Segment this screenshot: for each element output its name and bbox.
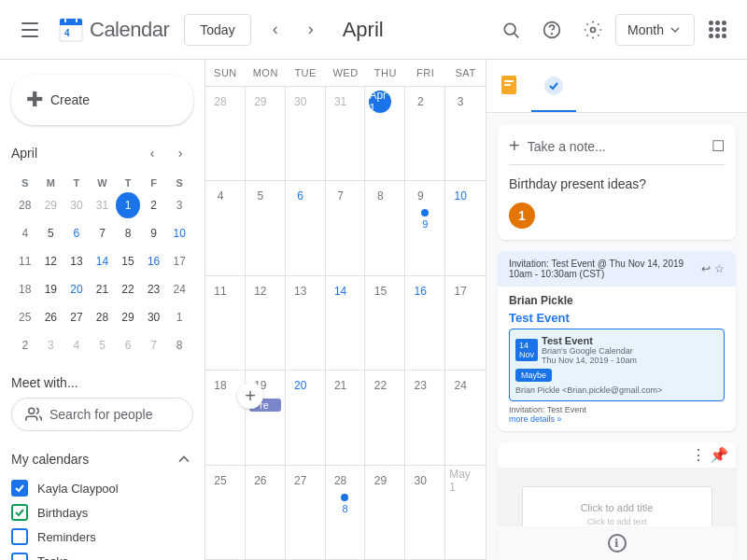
mini-cal-cell[interactable]: 7 — [142, 332, 166, 358]
ppt-pin-icon[interactable]: 📌 — [710, 446, 728, 464]
mini-cal-cell[interactable]: 2 — [142, 192, 166, 218]
cell-apr18[interactable]: 18 — [205, 371, 246, 464]
mini-cal-cell[interactable]: 19 — [39, 276, 63, 302]
mini-cal-cell[interactable]: 18 — [13, 276, 37, 302]
cell-apr8[interactable]: 8 — [365, 181, 405, 274]
cell-apr29[interactable]: 29 — [365, 466, 405, 559]
cell-apr16[interactable]: 16 — [405, 276, 445, 370]
cell-apr3[interactable]: 3 — [445, 87, 486, 180]
add-note-icon[interactable]: + — [509, 135, 520, 157]
mini-cal-cell[interactable]: 8 — [116, 220, 140, 246]
mini-cal-cell[interactable]: 11 — [13, 248, 37, 274]
cell-apr27[interactable]: 27 — [286, 466, 326, 559]
mini-cal-cell[interactable]: 4 — [64, 332, 89, 358]
calendar-item-kayla[interactable]: Kayla Claypool — [11, 476, 193, 500]
mini-prev-button[interactable]: ‹ — [139, 140, 165, 166]
next-button[interactable]: › — [294, 13, 328, 47]
cell-apr17[interactable]: 17 — [445, 276, 486, 370]
maybe-button[interactable]: Maybe — [515, 369, 552, 382]
cell-apr5[interactable]: 5 — [246, 181, 286, 274]
search-people-button[interactable]: Search for people — [11, 398, 193, 431]
cell-mar31[interactable]: 31 — [326, 87, 366, 180]
mini-cal-cell[interactable]: 13 — [64, 248, 89, 274]
calendar-item-tasks[interactable]: Tasks — [11, 549, 193, 560]
cell-apr2[interactable]: 2 — [405, 87, 445, 180]
cell-apr10[interactable]: 10 — [445, 181, 486, 274]
cell-apr30[interactable]: 30 — [405, 466, 445, 559]
mini-cal-cell[interactable]: 16 — [142, 248, 166, 274]
mini-cal-cell[interactable]: 5 — [39, 220, 63, 246]
cell-apr1[interactable]: Apr 1 — [365, 87, 405, 180]
kayla-checkbox[interactable] — [11, 480, 28, 497]
add-event-button[interactable]: + — [237, 383, 263, 409]
mini-cal-cell[interactable]: 28 — [91, 304, 115, 330]
ppt-more-icon[interactable]: ⋮ — [691, 446, 706, 464]
note-placeholder-text[interactable]: Take a note... — [528, 139, 704, 154]
mini-cal-cell[interactable]: 4 — [13, 220, 37, 246]
mini-cal-cell[interactable]: 3 — [39, 332, 63, 358]
mini-cal-cell[interactable]: 2 — [13, 332, 37, 358]
calendar-item-birthdays[interactable]: Birthdays — [11, 500, 193, 525]
mini-cal-cell[interactable]: 1 — [116, 192, 140, 218]
cell-apr9[interactable]: 9 9 — [405, 181, 445, 274]
mini-cal-cell[interactable]: 27 — [64, 304, 89, 330]
mini-cal-cell[interactable]: 23 — [142, 276, 166, 302]
today-button[interactable]: Today — [184, 14, 250, 46]
cell-apr6[interactable]: 6 — [286, 181, 326, 274]
tab-tasks[interactable] — [531, 60, 576, 112]
cell-may1[interactable]: May 1 — [445, 466, 486, 559]
mini-cal-cell[interactable]: 20 — [64, 276, 89, 302]
tasks-checkbox[interactable] — [11, 553, 28, 560]
mini-cal-cell[interactable]: 30 — [64, 192, 89, 218]
settings-button[interactable] — [574, 11, 612, 49]
cell-apr26[interactable]: 26 — [246, 466, 286, 559]
mini-cal-cell[interactable]: 24 — [167, 276, 191, 302]
birthdays-checkbox[interactable] — [11, 504, 28, 521]
mini-cal-cell[interactable]: 8 — [167, 332, 191, 358]
mini-next-button[interactable]: › — [167, 140, 193, 166]
mini-cal-cell[interactable]: 25 — [13, 304, 37, 330]
cell-apr4[interactable]: 4 — [205, 181, 246, 274]
mini-cal-cell[interactable]: 30 — [142, 304, 166, 330]
cell-apr11[interactable]: 11 — [205, 276, 246, 370]
cell-apr12[interactable]: 12 — [246, 276, 286, 370]
mini-cal-cell[interactable]: 31 — [91, 192, 115, 218]
cell-apr20[interactable]: 20 — [286, 371, 326, 464]
mini-cal-cell[interactable]: 29 — [39, 192, 63, 218]
cell-apr13[interactable]: 13 — [286, 276, 326, 370]
email-subject[interactable]: Test Event — [509, 311, 725, 325]
cell-apr25[interactable]: 25 — [205, 466, 246, 559]
apps-button[interactable] — [698, 11, 736, 49]
cell-apr22[interactable]: 22 — [365, 371, 405, 464]
mini-cal-cell[interactable]: 29 — [116, 304, 140, 330]
mini-cal-cell[interactable]: 9 — [142, 220, 166, 246]
cell-apr14[interactable]: 14 — [326, 276, 366, 370]
calendar-item-reminders[interactable]: Reminders — [11, 525, 193, 549]
prev-button[interactable]: ‹ — [259, 13, 292, 47]
mini-cal-cell[interactable]: 6 — [116, 332, 140, 358]
cell-apr21[interactable]: 21 — [326, 371, 366, 464]
mini-cal-cell[interactable]: 28 — [13, 192, 37, 218]
mini-cal-cell[interactable]: 1 — [167, 304, 191, 330]
mini-cal-cell[interactable]: 5 — [91, 332, 115, 358]
mini-cal-cell[interactable]: 3 — [167, 192, 191, 218]
email-action-star[interactable]: ☆ — [714, 262, 725, 275]
collapse-icon[interactable] — [175, 450, 193, 469]
cell-mar28[interactable]: 28 — [205, 87, 246, 180]
mini-cal-cell[interactable]: 12 — [39, 248, 63, 274]
cell-mar30[interactable]: 30 — [286, 87, 326, 180]
mini-cal-cell[interactable]: 22 — [116, 276, 140, 302]
mini-cal-cell[interactable]: 17 — [167, 248, 191, 274]
mini-cal-cell[interactable]: 7 — [91, 220, 115, 246]
more-details-link[interactable]: more details » — [509, 414, 562, 424]
mini-cal-cell[interactable]: 10 — [167, 220, 191, 246]
cell-apr15[interactable]: 15 — [365, 276, 405, 370]
mini-cal-cell[interactable]: 21 — [91, 276, 115, 302]
cell-apr28[interactable]: 28 8 — [326, 466, 366, 559]
view-selector[interactable]: Month — [615, 14, 695, 46]
search-button[interactable] — [492, 11, 529, 49]
mini-cal-cell[interactable]: 6 — [64, 220, 89, 246]
note-content[interactable]: Birthday present ideas? — [509, 173, 725, 195]
mini-cal-cell[interactable]: 14 — [91, 248, 115, 274]
menu-button[interactable] — [11, 11, 49, 49]
